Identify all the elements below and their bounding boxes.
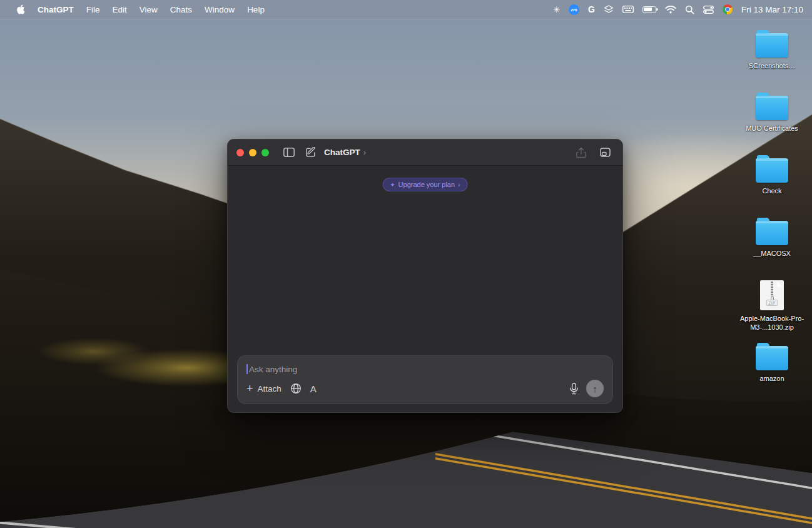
upgrade-plan-button[interactable]: ✦ Upgrade your plan › bbox=[382, 178, 468, 191]
folder-icon bbox=[756, 96, 788, 120]
sidebar-toggle-button[interactable] bbox=[280, 145, 298, 161]
sparkle-icon: ✦ bbox=[390, 181, 395, 188]
menu-bar-clock[interactable]: Fri 13 Mar 17:10 bbox=[741, 5, 803, 14]
wifi-status[interactable] bbox=[665, 3, 676, 16]
battery-status[interactable] bbox=[642, 3, 656, 16]
new-chat-button[interactable] bbox=[302, 145, 319, 161]
chrome-icon bbox=[723, 4, 733, 14]
desktop-item-zip[interactable]: ZIP Apple-MacBook-Pro-M3-...1030.zip bbox=[739, 279, 805, 342]
menu-item-chats[interactable]: Chats bbox=[164, 5, 198, 14]
folder-icon bbox=[756, 221, 788, 245]
a-icon: A bbox=[310, 383, 317, 394]
share-button[interactable] bbox=[572, 145, 590, 161]
wifi-icon bbox=[665, 6, 676, 14]
close-button[interactable] bbox=[236, 149, 244, 156]
composer-placeholder: Ask anything bbox=[249, 365, 297, 374]
desktop-item-check[interactable]: Check bbox=[739, 154, 805, 216]
menu-item-edit[interactable]: Edit bbox=[106, 5, 133, 14]
layers-icon bbox=[604, 5, 614, 14]
menu-item-chatgpt[interactable]: ChatGPT bbox=[31, 5, 80, 14]
zoom-button[interactable] bbox=[261, 149, 269, 156]
search-icon bbox=[685, 5, 694, 14]
attach-label: Attach bbox=[258, 384, 282, 393]
upgrade-plan-label: Upgrade your plan bbox=[398, 181, 455, 188]
chevron-right-icon: › bbox=[458, 181, 460, 188]
desktop-item-macosx[interactable]: __MACOSX bbox=[739, 216, 805, 279]
apple-menu[interactable] bbox=[10, 4, 31, 14]
folder-icon bbox=[756, 33, 788, 58]
text-caret bbox=[246, 364, 248, 374]
window-title[interactable]: ChatGPT › bbox=[324, 148, 366, 157]
desktop-item-label: amazon bbox=[739, 374, 805, 383]
globe-icon bbox=[290, 383, 302, 394]
window-titlebar[interactable]: ChatGPT › bbox=[228, 140, 622, 166]
menu-item-view[interactable]: View bbox=[133, 5, 164, 14]
compose-icon bbox=[305, 147, 316, 158]
page-title: ChatGPT bbox=[324, 148, 360, 157]
desktop-icon-column: SCreenshots… MUO Certificates Check __MA… bbox=[737, 29, 807, 404]
folder-icon bbox=[756, 346, 788, 370]
battery-icon bbox=[642, 6, 656, 13]
chatgpt-status-icon[interactable]: ✳ bbox=[553, 3, 560, 16]
share-upload-icon bbox=[576, 147, 586, 158]
chat-content-area: ✦ Upgrade your plan › Ask anything + Att… bbox=[228, 166, 622, 412]
send-button[interactable]: ↑ bbox=[586, 380, 604, 397]
apps-button[interactable]: A bbox=[310, 383, 317, 394]
minimize-button[interactable] bbox=[249, 149, 256, 156]
chevron-right-icon: › bbox=[363, 148, 366, 157]
desktop-item-amazon[interactable]: amazon bbox=[739, 342, 805, 404]
folder-icon bbox=[756, 158, 788, 183]
desktop-item-screenshots[interactable]: SCreenshots… bbox=[739, 29, 805, 91]
chrome-status-icon[interactable] bbox=[723, 3, 733, 16]
chatgpt-window: ChatGPT › ✦ Upgrade your plan bbox=[227, 139, 623, 413]
zoom-status-icon[interactable]: zm bbox=[569, 3, 579, 16]
web-search-button[interactable] bbox=[290, 383, 302, 394]
keyboard-icon bbox=[622, 6, 634, 13]
menu-item-window[interactable]: Window bbox=[198, 5, 241, 14]
companion-window-button[interactable] bbox=[596, 145, 614, 161]
control-center-icon bbox=[703, 6, 714, 14]
message-composer[interactable]: Ask anything + Attach bbox=[237, 355, 613, 404]
sidebar-icon bbox=[283, 148, 295, 157]
desktop-item-muo-certificates[interactable]: MUO Certificates bbox=[739, 91, 805, 154]
spotlight-search[interactable] bbox=[685, 3, 694, 16]
grammarly-status-icon[interactable]: G bbox=[588, 3, 595, 16]
traffic-lights bbox=[236, 149, 269, 156]
desktop-screen: ChatGPT File Edit View Chats Window Help… bbox=[0, 0, 812, 528]
composer-input[interactable]: Ask anything bbox=[246, 364, 604, 374]
desktop-item-label: Apple-MacBook-Pro-M3-...1030.zip bbox=[739, 314, 805, 332]
desktop-item-label: __MACOSX bbox=[739, 249, 805, 258]
plus-icon: + bbox=[246, 383, 253, 394]
menu-item-help[interactable]: Help bbox=[241, 5, 271, 14]
zip-file-icon: ZIP bbox=[760, 280, 784, 310]
menu-item-file[interactable]: File bbox=[80, 5, 106, 14]
attach-button[interactable]: + Attach bbox=[246, 383, 282, 394]
keyboard-status-icon[interactable] bbox=[622, 3, 634, 16]
layers-status-icon[interactable] bbox=[604, 3, 614, 16]
microphone-icon bbox=[569, 383, 579, 395]
apple-icon bbox=[16, 4, 25, 14]
menu-bar: ChatGPT File Edit View Chats Window Help… bbox=[0, 0, 812, 19]
companion-window-icon bbox=[600, 148, 611, 157]
desktop-item-label: SCreenshots… bbox=[739, 61, 805, 70]
desktop-item-label: Check bbox=[739, 186, 805, 195]
control-center[interactable] bbox=[703, 3, 714, 16]
dictate-button[interactable] bbox=[569, 383, 579, 395]
send-arrow-icon: ↑ bbox=[592, 384, 597, 393]
desktop-item-label: MUO Certificates bbox=[739, 124, 805, 133]
